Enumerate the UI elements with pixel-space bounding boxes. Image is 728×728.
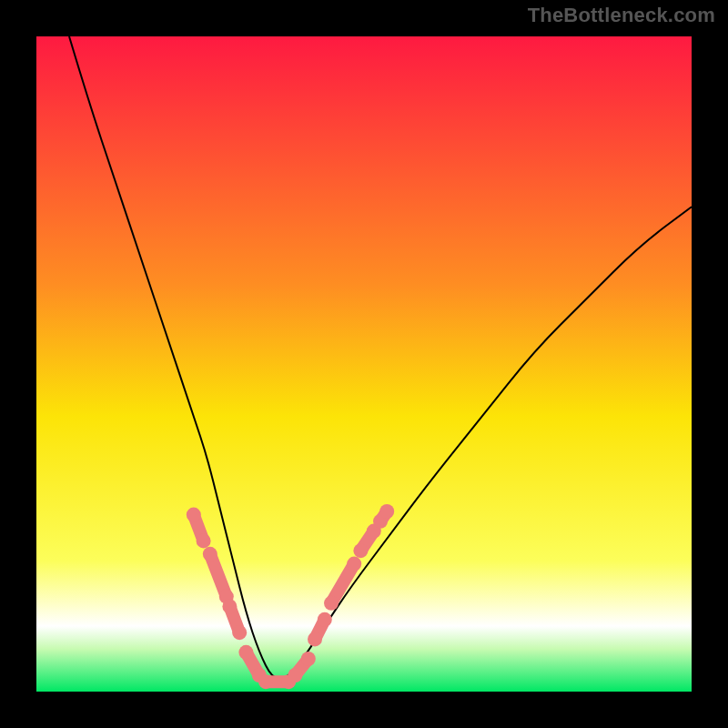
plot-area <box>36 36 692 692</box>
marker-dot <box>288 668 302 682</box>
attribution-label: TheBottleneck.com <box>528 4 715 27</box>
marker-dot <box>308 632 322 646</box>
marker-dot <box>258 674 273 689</box>
marker-dot <box>222 599 237 613</box>
marker-dot <box>324 596 339 611</box>
marker-dot <box>203 547 217 561</box>
marker-dot <box>197 533 211 548</box>
marker-dot <box>238 645 253 660</box>
marker-dot <box>301 652 316 666</box>
marker-dot <box>379 504 394 519</box>
gradient-background <box>36 36 692 692</box>
marker-dot <box>347 557 361 571</box>
marker-dot <box>318 612 332 627</box>
chart-frame: TheBottleneck.com <box>0 0 728 728</box>
plot-svg <box>36 36 692 692</box>
marker-dot <box>187 508 201 522</box>
marker-dot <box>353 543 368 558</box>
marker-dot <box>232 625 247 640</box>
